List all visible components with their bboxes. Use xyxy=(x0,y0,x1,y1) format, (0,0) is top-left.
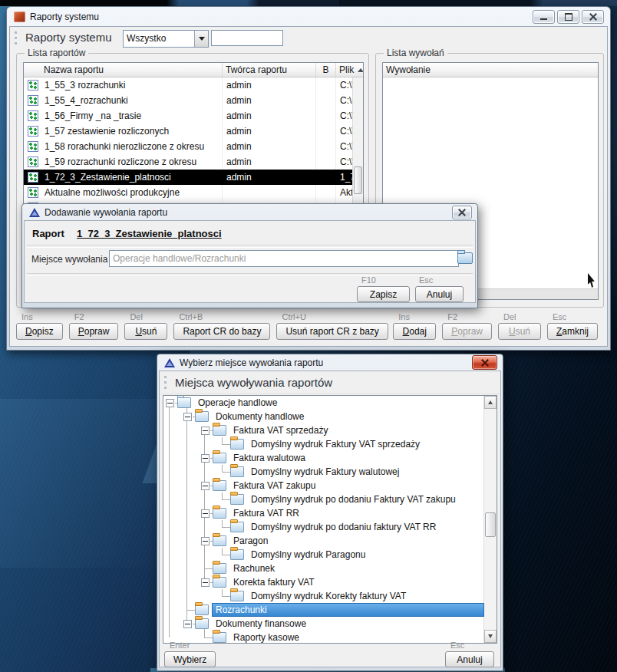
cell-name: Aktualne możliwości produkcyjne xyxy=(24,185,222,200)
button-slot: InsDopisz xyxy=(16,312,63,340)
maximize-button[interactable] xyxy=(557,10,579,24)
close-icon xyxy=(481,359,489,367)
tree-view[interactable]: Operacje handloweDokumenty handloweFaktu… xyxy=(163,396,484,643)
tree-expander-icon[interactable] xyxy=(183,413,192,421)
folder-icon xyxy=(213,453,226,463)
report-icon xyxy=(28,156,38,167)
tree-item[interactable]: Rachunek xyxy=(163,562,484,575)
dialog-title-bar[interactable]: Wybierz miejsce wywołania raportu xyxy=(159,354,501,371)
cancel-button[interactable]: Anuluj xyxy=(445,651,494,667)
toolbar-grip-icon[interactable] xyxy=(164,376,169,389)
report-icon xyxy=(28,126,38,137)
close-icon xyxy=(458,209,466,216)
report-icon xyxy=(28,80,38,91)
button-slot: F2Popraw xyxy=(69,312,119,340)
popraw-button[interactable]: Popraw xyxy=(442,323,492,340)
tree-item[interactable]: Rozrachunki xyxy=(163,603,484,617)
place-input[interactable] xyxy=(109,250,459,267)
tree-item[interactable]: Faktura VAT RR xyxy=(163,506,484,520)
tree-item[interactable]: Domyślny wydruk po dodaniu faktury VAT R… xyxy=(163,520,484,534)
cell-author: admin xyxy=(222,108,315,124)
minimize-button[interactable] xyxy=(533,10,555,24)
tree-item[interactable]: Domyślny wydruk Faktury walutowej xyxy=(163,465,484,479)
tree-expander-icon[interactable] xyxy=(201,537,210,545)
folder-icon xyxy=(195,604,209,615)
tree-item-label: Faktura VAT zakupu xyxy=(230,479,318,492)
filter-dropdown[interactable]: Wszystko xyxy=(123,30,209,48)
close-button[interactable] xyxy=(452,206,472,219)
tree-expander-icon[interactable] xyxy=(201,578,210,587)
table-row[interactable]: 1_72_3_Zestawienie_platnosciadmin1_72 xyxy=(24,170,363,185)
raport-cr-do-bazy-button[interactable]: Raport CR do bazy xyxy=(173,323,270,340)
search-input[interactable] xyxy=(211,30,283,46)
tree-item-label: Domyślny wydruk Korekty faktury VAT xyxy=(248,589,409,603)
scrollbar-thumb[interactable] xyxy=(485,512,496,537)
usu--button[interactable]: Usuń xyxy=(498,323,541,340)
popraw-button[interactable]: Popraw xyxy=(69,323,119,340)
column-header-b[interactable]: B xyxy=(315,63,335,77)
usu-raport-cr-z-bazy-button[interactable]: Usuń raport CR z bazy xyxy=(276,323,388,340)
table-row[interactable]: 1_57 zestawienie rozliczonychadminC:\W xyxy=(24,124,363,139)
window-controls xyxy=(533,10,604,24)
table-row[interactable]: 1_55_4_rozrachunkiadminC:\Pr xyxy=(24,93,363,108)
table-row[interactable]: 1_59 rozrachunki rozliczone z okresuadmi… xyxy=(24,154,363,170)
report-icon xyxy=(28,187,38,198)
report-name-text: 1_56_Firmy _na _trasie xyxy=(45,110,141,121)
tree-item[interactable]: Faktura VAT zakupu xyxy=(163,479,484,492)
choose-place-dialog: Wybierz miejsce wywołania raportu Miejsc… xyxy=(157,354,503,671)
table-row[interactable]: Aktualne możliwości produkcyjneAktua xyxy=(24,185,363,200)
zamknij-button[interactable]: Zamknij xyxy=(547,323,598,340)
save-button[interactable]: Zapisz xyxy=(357,286,410,302)
column-header-file[interactable]: Plik xyxy=(335,63,363,77)
tree-expander-icon[interactable] xyxy=(166,399,174,407)
tree-item[interactable]: Operacje handlowe xyxy=(163,396,484,410)
dopisz-button[interactable]: Dopisz xyxy=(16,323,63,340)
column-header-name[interactable]: Nazwa raportu xyxy=(24,63,222,77)
tree-expander-icon[interactable] xyxy=(201,427,210,435)
tree-item-label: Faktura VAT RR xyxy=(230,506,302,520)
tree-item[interactable]: Faktura walutowa xyxy=(163,451,484,465)
tree-item[interactable]: Domyślny wydruk po dodaniu Faktury VAT z… xyxy=(163,492,484,506)
tree-expander-icon[interactable] xyxy=(183,620,192,628)
select-button[interactable]: Wybierz xyxy=(164,651,216,667)
tree-item[interactable]: Domyślny wydruk Paragonu xyxy=(163,548,484,562)
scrollbar-thumb[interactable] xyxy=(354,166,362,194)
cancel-button[interactable]: Anuluj xyxy=(415,286,464,302)
close-button[interactable] xyxy=(472,355,497,370)
tree-item-label: Domyślny wydruk Paragonu xyxy=(248,548,368,562)
table-row[interactable]: 1_55_3 rozrachunkiadminC:\W xyxy=(24,77,363,93)
tree-item[interactable]: Domyślny wydruk Faktury VAT sprzedaży xyxy=(163,437,484,451)
dropdown-button[interactable] xyxy=(194,31,208,47)
tree-item[interactable]: Dokumenty handlowe xyxy=(163,410,484,423)
folder-icon xyxy=(230,494,244,505)
tree-expander-icon[interactable] xyxy=(201,509,210,518)
tree-expander-icon[interactable] xyxy=(201,454,210,463)
cell-name: 1_72_3_Zestawienie_platnosci xyxy=(24,170,222,185)
title-bar[interactable]: Raporty systemu xyxy=(7,7,610,26)
tree-item[interactable]: Faktura VAT sprzedaży xyxy=(163,423,484,437)
toolbar-grip-icon[interactable] xyxy=(15,31,19,44)
table-row[interactable]: 1_56_Firmy _na _trasieadminC:\W xyxy=(24,108,363,124)
cell-name: 1_56_Firmy _na _trasie xyxy=(24,108,222,124)
shortcut-label: F10 xyxy=(361,275,376,285)
tree-expander-icon[interactable] xyxy=(201,482,210,490)
sort-ascending-icon xyxy=(358,68,363,72)
tree-item[interactable]: Domyślny wydruk Korekty faktury VAT xyxy=(163,589,484,603)
tree-item[interactable]: Korekta faktury VAT xyxy=(163,575,484,589)
table-row[interactable]: 1_58 rorachunki nierozliczone z okresuad… xyxy=(24,139,363,154)
dodaj-button[interactable]: Dodaj xyxy=(393,323,436,340)
tree-item[interactable]: Dokumenty finansowe xyxy=(163,617,484,631)
browse-folder-icon[interactable] xyxy=(457,252,473,264)
column-header-author[interactable]: Twórca raportu xyxy=(222,63,315,77)
tree-item[interactable]: Paragon xyxy=(163,534,484,548)
usu--button[interactable]: Usuń xyxy=(124,323,167,340)
column-header-call[interactable]: Wywołanie xyxy=(383,63,598,77)
tree-item-label: Domyślny wydruk Faktury walutowej xyxy=(248,465,402,479)
scroll-up-button[interactable] xyxy=(484,396,497,409)
calls-button-row: InsDodajF2PoprawDelUsuńEscZamknij xyxy=(393,312,598,340)
folder-icon xyxy=(230,522,244,532)
dialog-body: Raport 1_72_3_Zestawienie_platnosci Miej… xyxy=(24,220,476,303)
vertical-scrollbar[interactable] xyxy=(483,396,497,643)
close-button[interactable] xyxy=(582,10,604,24)
dialog-title-bar[interactable]: Dodawanie wywołania raportu xyxy=(24,204,476,220)
